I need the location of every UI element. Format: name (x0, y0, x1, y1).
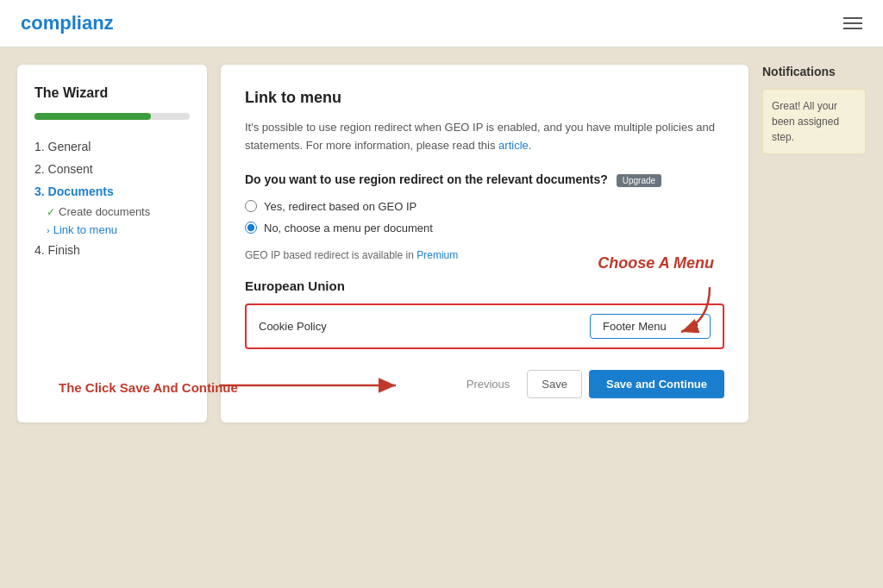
chevron-right-icon: › (47, 225, 50, 235)
save-button[interactable]: Save (527, 370, 582, 398)
geo-note: GEO IP based redirect is available in Pr… (245, 249, 724, 261)
radio-yes[interactable]: Yes, redirect based on GEO IP (245, 196, 724, 217)
progress-bar-fill (34, 113, 151, 120)
radio-no-input[interactable] (245, 222, 257, 234)
description: It's possible to use region redirect whe… (245, 119, 724, 155)
radio-group: Yes, redirect based on GEO IP No, choose… (245, 196, 724, 239)
wizard-title: The Wizard (34, 85, 190, 101)
wizard-panel: The Wizard 1. General 2. Consent 3. Docu… (17, 65, 207, 422)
wizard-steps: 1. General 2. Consent 3. Documents ✓ Cre… (34, 135, 190, 261)
wizard-step-documents[interactable]: 3. Documents (34, 180, 190, 203)
main-layout: The Wizard 1. General 2. Consent 3. Docu… (0, 47, 883, 440)
notifications-panel: Notifications Great! All your been assig… (762, 65, 866, 422)
menu-select-wrap[interactable]: Footer Menu Primary Menu None (590, 314, 711, 339)
previous-button[interactable]: Previous (456, 371, 521, 397)
wizard-step-general[interactable]: 1. General (34, 135, 190, 158)
wizard-step-consent[interactable]: 2. Consent (34, 158, 190, 180)
check-icon: ✓ (47, 206, 55, 218)
wizard-step-finish[interactable]: 4. Finish (34, 239, 190, 261)
annotation-click-save: The Click Save And Continue (59, 380, 238, 395)
logo: complianz (21, 12, 114, 34)
upgrade-badge[interactable]: Upgrade (617, 174, 661, 187)
radio-yes-input[interactable] (245, 200, 257, 212)
cookie-policy-label: Cookie Policy (259, 320, 579, 333)
hamburger-menu[interactable] (843, 17, 862, 29)
radio-no[interactable]: No, choose a menu per document (245, 217, 724, 239)
section-heading: European Union (245, 278, 724, 293)
premium-link[interactable]: Premium (416, 249, 458, 261)
question-label: Do you want to use region redirect on th… (245, 172, 724, 187)
main-panel: Link to menu It's possible to use region… (221, 65, 748, 422)
progress-bar-track (34, 113, 190, 120)
cookie-policy-row: Cookie Policy Footer Menu Primary Menu N… (245, 303, 724, 349)
article-link[interactable]: article (498, 139, 529, 152)
menu-select[interactable]: Footer Menu Primary Menu None (599, 319, 701, 334)
notification-card: Great! All your been assigned step. (762, 89, 866, 154)
top-bar: complianz (0, 0, 883, 47)
save-continue-button[interactable]: Save and Continue (589, 370, 724, 398)
panel-title: Link to menu (245, 89, 724, 107)
notifications-title: Notifications (762, 65, 866, 78)
footer-buttons: Previous Save Save and Continue (245, 370, 724, 398)
wizard-sub-link-menu[interactable]: › Link to menu (47, 221, 190, 239)
wizard-sub-steps: ✓ Create documents › Link to menu (47, 203, 190, 239)
wizard-sub-create-docs[interactable]: ✓ Create documents (47, 203, 190, 221)
